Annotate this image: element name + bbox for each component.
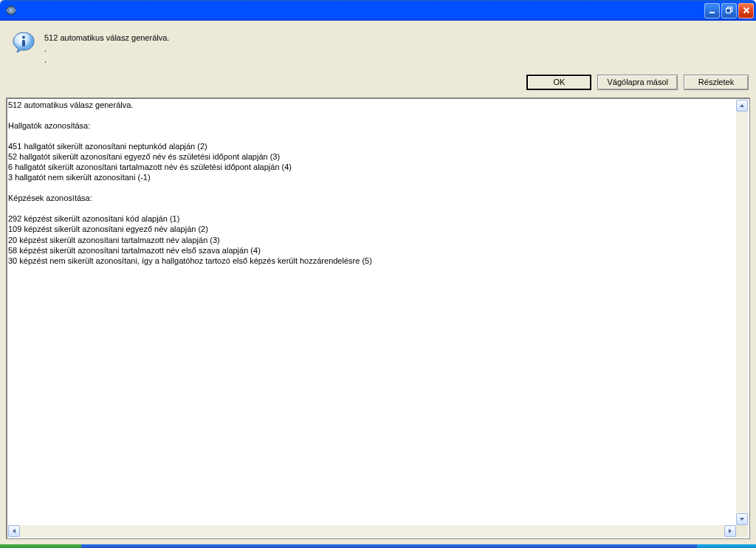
restore-button[interactable] bbox=[721, 3, 737, 18]
details-button[interactable]: Részletek bbox=[684, 75, 749, 90]
close-button[interactable] bbox=[738, 3, 754, 18]
svg-point-6 bbox=[22, 36, 25, 39]
copy-clipboard-button[interactable]: Vágólapra másol bbox=[597, 75, 678, 90]
minimize-button[interactable] bbox=[704, 3, 720, 18]
svg-rect-3 bbox=[709, 12, 715, 13]
app-icon bbox=[5, 4, 17, 16]
info-panel: 512 automatikus válasz generálva. . . bbox=[0, 21, 756, 72]
ok-button[interactable]: OK bbox=[526, 75, 591, 90]
svg-point-2 bbox=[10, 9, 13, 12]
start-button-strip[interactable] bbox=[0, 544, 81, 548]
scroll-up-button[interactable] bbox=[736, 100, 748, 112]
info-message: 512 automatikus válasz generálva. . . bbox=[44, 31, 169, 66]
window-controls bbox=[704, 3, 754, 18]
details-text[interactable]: 512 automatikus válasz generálva. Hallga… bbox=[8, 100, 736, 525]
scroll-left-button[interactable] bbox=[8, 525, 20, 537]
horizontal-scrollbar[interactable] bbox=[8, 525, 736, 537]
svg-rect-7 bbox=[22, 40, 25, 47]
details-panel: 512 automatikus válasz generálva. Hallga… bbox=[6, 97, 750, 539]
info-sub-line-1: . bbox=[44, 44, 169, 55]
scroll-down-button[interactable] bbox=[736, 513, 748, 525]
info-icon bbox=[12, 31, 35, 55]
horizontal-scroll-track[interactable] bbox=[20, 525, 724, 537]
vertical-scrollbar[interactable] bbox=[736, 100, 748, 525]
info-main-line: 512 automatikus válasz generálva. bbox=[44, 32, 169, 44]
system-tray-strip bbox=[697, 544, 756, 548]
titlebar bbox=[0, 0, 756, 21]
vertical-scroll-track[interactable] bbox=[736, 112, 748, 513]
taskbar bbox=[0, 544, 756, 548]
button-row: OK Vágólapra másol Részletek bbox=[0, 72, 756, 97]
scroll-right-button[interactable] bbox=[724, 525, 736, 537]
info-sub-line-2: . bbox=[44, 55, 169, 66]
svg-rect-5 bbox=[726, 9, 730, 13]
scroll-corner bbox=[736, 525, 748, 537]
